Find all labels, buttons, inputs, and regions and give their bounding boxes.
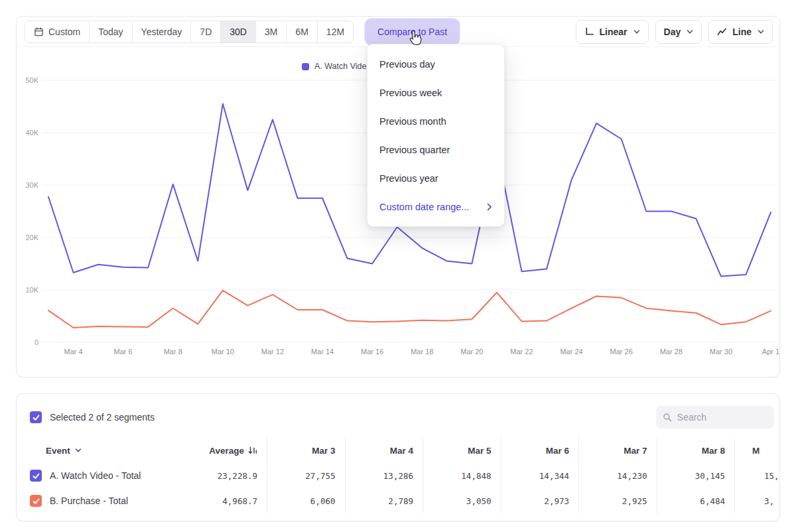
menu-item-previous-day[interactable]: Previous day bbox=[367, 50, 504, 78]
chevron-down-icon bbox=[758, 29, 764, 35]
preset-6m[interactable]: 6M bbox=[287, 21, 317, 42]
chart-toolbar: Custom Today Yesterday 7D 30D 3M 6M 12M … bbox=[17, 17, 779, 47]
menu-item-custom-date-range[interactable]: Custom date range... bbox=[367, 192, 504, 221]
chevron-down-icon bbox=[633, 29, 640, 35]
x-axis-label: Mar 30 bbox=[710, 348, 732, 356]
segments-select-bar: Selected 2 of 2 segments bbox=[17, 405, 779, 430]
value-scale-dropdown[interactable]: Linear bbox=[576, 20, 649, 44]
search-icon bbox=[663, 412, 672, 423]
menu-item-previous-year[interactable]: Previous year bbox=[367, 164, 504, 192]
x-axis-label: Mar 24 bbox=[560, 348, 582, 356]
cell-mar3: 27,755 bbox=[267, 463, 346, 488]
x-axis-label: Mar 6 bbox=[114, 348, 133, 356]
column-header-average[interactable]: Average bbox=[176, 438, 267, 463]
linear-axis-icon bbox=[584, 27, 594, 36]
cell-mar8: 30,145 bbox=[657, 463, 736, 488]
segments-table-card: Selected 2 of 2 segments Event Average bbox=[16, 393, 780, 521]
chart-type-label: Line bbox=[732, 27, 752, 37]
check-icon bbox=[32, 472, 40, 480]
x-axis-label: Apr 1 bbox=[762, 348, 779, 356]
cell-clipped: 3, bbox=[735, 488, 780, 513]
table-header-row: Event Average Mar 3 Mar 4 Mar 5 Mar 6 Ma… bbox=[17, 438, 780, 463]
x-axis-label: Mar 28 bbox=[660, 348, 683, 356]
compare-to-past-button[interactable]: Compare to Past bbox=[367, 21, 458, 43]
column-header-clipped[interactable]: M bbox=[735, 438, 780, 463]
row-name: A. Watch Video - Total bbox=[50, 470, 141, 481]
preset-yesterday[interactable]: Yesterday bbox=[133, 21, 192, 42]
y-axis-label: 0 bbox=[34, 338, 38, 346]
row-checkbox-watch-video[interactable] bbox=[30, 470, 42, 482]
date-range-picker: Custom Today Yesterday 7D 30D 3M 6M 12M bbox=[25, 21, 354, 43]
cell-mar4: 13,286 bbox=[346, 463, 424, 488]
compare-to-past-menu: Previous day Previous week Previous mont… bbox=[367, 44, 505, 227]
preset-7d[interactable]: 7D bbox=[191, 21, 221, 42]
column-header-mar6[interactable]: Mar 6 bbox=[501, 438, 580, 463]
chevron-right-icon bbox=[487, 203, 492, 211]
sort-descending-icon bbox=[248, 446, 257, 455]
x-axis-label: Mar 26 bbox=[610, 348, 633, 356]
x-axis-label: Mar 18 bbox=[411, 348, 433, 356]
segments-table: Event Average Mar 3 Mar 4 Mar 5 Mar 6 Ma… bbox=[17, 438, 780, 513]
column-header-event[interactable]: Event bbox=[17, 438, 176, 463]
cell-mar7: 2,925 bbox=[579, 488, 657, 513]
cell-mar5: 14,848 bbox=[423, 463, 501, 488]
event-header-label: Event bbox=[46, 446, 70, 456]
cell-average: 4,968.7 bbox=[176, 488, 267, 513]
y-axis-label: 10K bbox=[25, 286, 38, 294]
preset-custom-label: Custom bbox=[48, 27, 80, 37]
search-input[interactable] bbox=[677, 412, 767, 423]
cell-mar3: 6,060 bbox=[267, 488, 346, 513]
row-checkbox-purchase[interactable] bbox=[30, 495, 42, 507]
column-header-mar5[interactable]: Mar 5 bbox=[423, 438, 501, 463]
menu-item-previous-month[interactable]: Previous month bbox=[367, 107, 504, 135]
table-row-watch-video[interactable]: A. Watch Video - Total 23,228.9 27,755 1… bbox=[17, 463, 780, 488]
menu-item-previous-week[interactable]: Previous week bbox=[367, 78, 504, 107]
check-icon bbox=[32, 413, 40, 422]
cell-clipped: 15, bbox=[735, 463, 780, 488]
column-header-mar3[interactable]: Mar 3 bbox=[267, 438, 346, 463]
y-axis-label: 40K bbox=[25, 129, 38, 137]
granularity-label: Day bbox=[664, 27, 681, 37]
preset-today[interactable]: Today bbox=[90, 21, 132, 42]
cell-mar4: 2,789 bbox=[346, 488, 424, 513]
column-header-mar4[interactable]: Mar 4 bbox=[346, 438, 424, 463]
y-axis-label: 50K bbox=[25, 76, 38, 84]
cell-mar5: 3,050 bbox=[423, 488, 501, 513]
series-line bbox=[48, 291, 771, 328]
row-label-cell: B. Purchase - Total bbox=[17, 488, 176, 513]
column-header-mar8[interactable]: Mar 8 bbox=[657, 438, 736, 463]
x-axis-label: Mar 12 bbox=[261, 348, 284, 356]
row-name: B. Purchase - Total bbox=[50, 496, 128, 506]
preset-12m[interactable]: 12M bbox=[318, 21, 353, 42]
average-header-label: Average bbox=[209, 446, 244, 456]
chart-type-dropdown[interactable]: Line bbox=[708, 20, 773, 44]
preset-3m[interactable]: 3M bbox=[256, 21, 287, 42]
granularity-dropdown[interactable]: Day bbox=[655, 20, 702, 44]
x-axis-label: Mar 16 bbox=[361, 348, 383, 356]
cell-mar7: 14,230 bbox=[579, 463, 657, 488]
x-axis-label: Mar 22 bbox=[510, 348, 533, 356]
row-label-cell: A. Watch Video - Total bbox=[17, 463, 176, 488]
chart-options: Linear Day Line bbox=[576, 20, 773, 44]
select-all-checkbox[interactable] bbox=[30, 411, 42, 423]
x-axis-label: Mar 10 bbox=[212, 348, 234, 356]
cell-mar6: 2,973 bbox=[501, 488, 580, 513]
x-axis-label: Mar 20 bbox=[460, 348, 483, 356]
cell-average: 23,228.9 bbox=[176, 463, 267, 488]
x-axis-label: Mar 8 bbox=[164, 348, 182, 356]
chevron-down-icon bbox=[687, 29, 693, 35]
calendar-icon bbox=[34, 27, 44, 36]
preset-custom[interactable]: Custom bbox=[25, 21, 90, 42]
check-icon bbox=[32, 497, 40, 505]
table-row-purchase[interactable]: B. Purchase - Total 4,968.7 6,060 2,789 … bbox=[17, 488, 780, 513]
preset-30d[interactable]: 30D bbox=[221, 21, 256, 42]
menu-item-previous-quarter[interactable]: Previous quarter bbox=[367, 135, 504, 164]
x-axis-label: Mar 4 bbox=[64, 348, 82, 356]
legend-swatch-watch-video bbox=[302, 63, 309, 70]
column-header-mar7[interactable]: Mar 7 bbox=[579, 438, 657, 463]
line-chart-icon bbox=[717, 27, 727, 36]
y-axis-label: 30K bbox=[25, 181, 38, 189]
selected-count-label: Selected 2 of 2 segments bbox=[50, 412, 155, 423]
search-box[interactable] bbox=[656, 406, 774, 429]
cell-mar8: 6,484 bbox=[657, 488, 736, 513]
